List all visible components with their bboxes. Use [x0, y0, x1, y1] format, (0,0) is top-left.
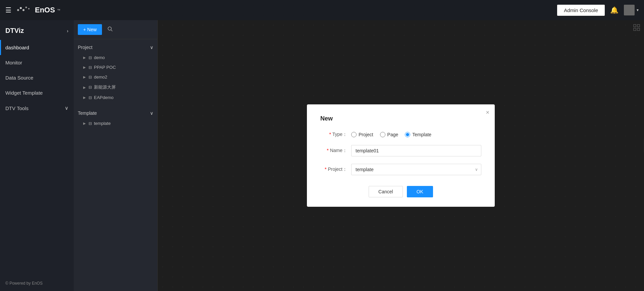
template-section: Template ∨ ▶ ⊟ template [74, 105, 157, 131]
menu-icon[interactable]: ☰ [5, 6, 11, 14]
admin-console-button[interactable]: Admin Console [557, 5, 605, 16]
svg-line-6 [111, 30, 112, 31]
main-layout: DTViz › dashboard Monitor Data Source Wi… [0, 20, 644, 291]
chevron-right-icon: ▶ [83, 75, 86, 79]
close-button[interactable]: × [486, 109, 489, 116]
folder-icon: ⊟ [89, 55, 92, 60]
chevron-down-icon: ∨ [65, 105, 68, 111]
radio-project[interactable]: Project [351, 132, 373, 137]
name-input[interactable] [351, 145, 481, 156]
radio-input-template[interactable] [405, 132, 410, 137]
tree-item-label: 新能源大屏 [94, 84, 116, 90]
svg-point-1 [20, 7, 22, 9]
type-label: * Type： [320, 132, 347, 138]
topbar: ☰ EnOS ™ Admin Console 🔔 ▾ [0, 0, 644, 20]
sidebar-footer: © Powered by EnOS [0, 276, 74, 291]
required-star: * [325, 166, 326, 172]
folder-icon: ⊟ [89, 95, 92, 100]
topbar-right: Admin Console 🔔 ▾ [557, 5, 639, 16]
cancel-button[interactable]: Cancel [369, 186, 403, 197]
sidebar-item-dashboard[interactable]: dashboard [0, 40, 74, 55]
type-row: * Type： Project Page Templ [320, 132, 481, 138]
user-dropdown[interactable]: ▾ [624, 5, 639, 15]
radio-label-project: Project [359, 132, 373, 137]
tree-item-template[interactable]: ▶ ⊟ template [74, 118, 157, 128]
tree-item-demo[interactable]: ▶ ⊟ demo [74, 53, 157, 62]
tree-item-label: demo2 [94, 75, 107, 80]
avatar [624, 5, 635, 15]
svg-point-2 [22, 9, 24, 11]
sidebar: DTViz › dashboard Monitor Data Source Wi… [0, 20, 74, 291]
new-button[interactable]: + New [78, 24, 102, 35]
template-section-label: Template [78, 110, 97, 116]
template-section-header[interactable]: Template ∨ [74, 108, 157, 118]
folder-icon: ⊟ [89, 65, 92, 70]
tree-item-eapdemo[interactable]: ▶ ⊟ EAPdemo [74, 93, 157, 102]
folder-icon: ⊟ [89, 75, 92, 80]
svg-point-5 [108, 27, 111, 30]
sidebar-item-monitor[interactable]: Monitor [0, 55, 74, 70]
required-star: * [327, 148, 328, 153]
name-label: * Name： [320, 148, 347, 154]
svg-point-0 [17, 9, 19, 11]
name-row: * Name： [320, 145, 481, 156]
modal-title: New [320, 115, 481, 122]
chevron-right-icon: ▶ [83, 96, 86, 99]
tree-item-ppap-poc[interactable]: ▶ ⊟ PPAP POC [74, 62, 157, 72]
project-section-label: Project [78, 45, 93, 50]
project-section: Project ∨ ▶ ⊟ demo ▶ ⊟ PPAP POC ▶ ⊟ demo… [74, 39, 157, 105]
logo: EnOS ™ [17, 5, 60, 15]
tree-item-label: PPAP POC [94, 65, 116, 70]
ok-button[interactable]: OK [407, 186, 433, 197]
required-star: * [329, 132, 331, 137]
sidebar-item-label: dashboard [5, 45, 29, 50]
project-section-header[interactable]: Project ∨ [74, 42, 157, 53]
logo-tm: ™ [57, 8, 60, 12]
sidebar-item-label: Data Source [5, 75, 33, 81]
sidebar-nav: dashboard Monitor Data Source Widget Tem… [0, 40, 74, 276]
content-toolbar: + New [74, 20, 157, 39]
chevron-down-icon: ▾ [637, 8, 639, 12]
chevron-right-icon: ▶ [83, 56, 86, 59]
search-icon [107, 26, 113, 32]
tree-item-label: demo [94, 55, 105, 60]
sidebar-item-widget-template[interactable]: Widget Template [0, 85, 74, 100]
svg-point-4 [28, 8, 30, 9]
svg-point-3 [25, 7, 27, 8]
folder-icon: ⊟ [89, 85, 92, 90]
modal-actions: Cancel OK [320, 186, 481, 197]
type-radio-group: Project Page Template [351, 132, 431, 137]
tree-item-demo2[interactable]: ▶ ⊟ demo2 [74, 72, 157, 82]
content-panel: + New Project ∨ ▶ ⊟ demo ▶ ⊟ PP [74, 20, 158, 291]
project-row: * Project： template demo PPAP POC demo2 … [320, 164, 481, 175]
search-button[interactable] [105, 25, 115, 34]
chevron-down-icon: ∨ [150, 110, 153, 116]
radio-input-project[interactable] [351, 132, 357, 137]
radio-label-page: Page [387, 132, 398, 137]
bell-icon[interactable]: 🔔 [610, 6, 619, 14]
chevron-down-icon: ∨ [150, 45, 153, 50]
radio-input-page[interactable] [380, 132, 385, 137]
new-dialog: × New * Type： Project Page [307, 104, 495, 207]
project-select-wrapper: template demo PPAP POC demo2 新能源大屏 EAPde… [351, 164, 481, 175]
sidebar-item-label: Monitor [5, 60, 22, 65]
project-select[interactable]: template demo PPAP POC demo2 新能源大屏 EAPde… [351, 164, 481, 175]
main-content: × New * Type： Project Page [158, 20, 644, 291]
radio-label-template: Template [412, 132, 431, 137]
sidebar-app-name: DTViz [5, 27, 24, 35]
modal-overlay: × New * Type： Project Page [158, 20, 644, 291]
sidebar-expand-icon[interactable]: › [67, 28, 68, 34]
chevron-right-icon: ▶ [83, 86, 86, 89]
logo-text: EnOS [35, 6, 55, 14]
sidebar-item-data-source[interactable]: Data Source [0, 70, 74, 85]
chevron-right-icon: ▶ [83, 65, 86, 69]
chevron-right-icon: ▶ [83, 122, 86, 125]
radio-template[interactable]: Template [405, 132, 431, 137]
radio-page[interactable]: Page [380, 132, 398, 137]
tree-item-label: template [94, 121, 111, 126]
sidebar-title: DTViz › [0, 20, 74, 40]
sidebar-item-label: Widget Template [5, 90, 43, 96]
sidebar-item-label: DTV Tools [5, 105, 29, 111]
tree-item-energy[interactable]: ▶ ⊟ 新能源大屏 [74, 82, 157, 93]
sidebar-item-dtv-tools[interactable]: DTV Tools ∨ [0, 100, 74, 116]
